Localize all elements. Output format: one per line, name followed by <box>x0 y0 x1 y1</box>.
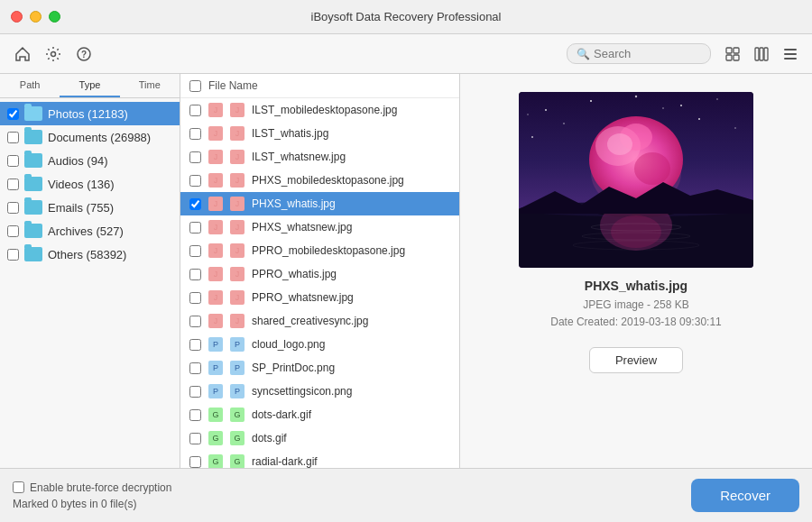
file-item[interactable]: PPSP_PrintDoc.png <box>180 356 459 380</box>
file-item[interactable]: GGradial-dark.gif <box>180 450 459 468</box>
column-view-button[interactable] <box>749 41 774 67</box>
svg-rect-3 <box>726 48 732 53</box>
tab-path[interactable]: Path <box>0 74 60 97</box>
search-box[interactable]: 🔍 <box>567 43 711 64</box>
file-item[interactable]: PPsyncsettingsicon.png <box>180 380 459 403</box>
svg-point-21 <box>734 127 736 129</box>
file-type-icon: G <box>208 408 223 422</box>
sidebar-item-archives[interactable]: Archives (527) <box>0 219 180 243</box>
file-item[interactable]: JJILST_whatis.jpg <box>180 122 459 145</box>
svg-rect-4 <box>734 48 739 53</box>
svg-rect-7 <box>755 48 759 60</box>
svg-point-33 <box>634 152 670 185</box>
file-type-icon: P <box>208 337 223 352</box>
videos-checkbox[interactable] <box>7 179 19 190</box>
file-checkbox[interactable] <box>189 409 201 421</box>
file-name: dots-dark.gif <box>252 408 311 421</box>
file-checkbox[interactable] <box>189 339 201 351</box>
file-type-icon: J <box>208 150 223 164</box>
list-view-button[interactable] <box>778 41 803 67</box>
file-checkbox[interactable] <box>189 222 201 234</box>
file-item[interactable]: GGdots-dark.gif <box>180 403 459 426</box>
file-checkbox[interactable] <box>189 292 201 304</box>
file-checkbox[interactable] <box>189 362 201 374</box>
file-item[interactable]: JJPHXS_mobiledesktopasone.jpg <box>180 169 459 192</box>
sidebar-item-documents[interactable]: Documents (26988) <box>0 125 180 149</box>
minimize-button[interactable] <box>30 11 42 23</box>
documents-checkbox[interactable] <box>7 132 19 143</box>
recover-button[interactable]: Recover <box>691 479 799 512</box>
file-checkbox[interactable] <box>189 175 201 187</box>
file-type-icon-2: P <box>230 337 245 352</box>
file-checkbox[interactable] <box>189 386 201 398</box>
marked-label: Marked 0 bytes in 0 file(s) <box>13 498 171 510</box>
brute-force-label[interactable]: Enable brute-force decryption <box>13 481 171 494</box>
sidebar-item-label: Documents (26988) <box>48 131 151 144</box>
file-name: cloud_logo.png <box>252 338 325 351</box>
preview-button[interactable]: Preview <box>589 347 683 373</box>
file-type-icon: J <box>208 126 223 141</box>
svg-point-0 <box>51 51 56 56</box>
sidebar-item-videos[interactable]: Videos (136) <box>0 172 180 196</box>
file-item[interactable]: JJPPRO_mobiledesktopasone.jpg <box>180 239 459 262</box>
archives-checkbox[interactable] <box>7 225 19 237</box>
others-checkbox[interactable] <box>7 249 19 261</box>
file-item[interactable]: PPcloud_logo.png <box>180 333 459 356</box>
view-controls <box>720 41 803 67</box>
file-item[interactable]: JJPHXS_whatsnew.jpg <box>180 215 459 239</box>
file-item[interactable]: JJPPRO_whatsnew.jpg <box>180 286 459 309</box>
folder-icon <box>24 153 42 168</box>
sidebar-item-emails[interactable]: Emails (755) <box>0 196 180 219</box>
file-item[interactable]: JJPPRO_whatis.jpg <box>180 262 459 286</box>
folder-icon <box>24 130 42 144</box>
tab-time[interactable]: Time <box>120 74 180 97</box>
file-item[interactable]: JJILST_mobiledesktopasone.jpg <box>180 98 459 122</box>
file-checkbox[interactable] <box>189 151 201 163</box>
brute-force-checkbox[interactable] <box>13 481 24 493</box>
photos-checkbox[interactable] <box>7 108 19 120</box>
file-checkbox[interactable] <box>189 128 201 140</box>
file-item[interactable]: JJPHXS_whatis.jpg <box>180 192 459 215</box>
tab-type[interactable]: Type <box>60 74 119 97</box>
maximize-button[interactable] <box>49 11 60 23</box>
file-checkbox[interactable] <box>189 433 201 444</box>
app-title: iBoysoft Data Recovery Professional <box>311 10 502 23</box>
home-button[interactable] <box>9 41 36 68</box>
file-checkbox[interactable] <box>189 105 201 116</box>
file-checkbox[interactable] <box>189 198 201 210</box>
file-item[interactable]: GGdots.gif <box>180 426 459 450</box>
sidebar-item-photos[interactable]: Photos (12183) <box>0 102 180 125</box>
file-name: PHXS_whatsnew.jpg <box>252 221 352 234</box>
thumbnail-view-button[interactable] <box>720 41 745 67</box>
file-list-column-header: File Name <box>208 79 258 92</box>
preview-panel: PHXS_whatis.jpg JPEG image - 258 KB Date… <box>460 74 812 468</box>
file-type-icon-2: J <box>230 314 245 328</box>
file-type-icon: J <box>208 290 223 305</box>
svg-point-23 <box>527 114 529 115</box>
file-item[interactable]: JJILST_whatsnew.jpg <box>180 145 459 169</box>
main-content: Path Type Time Photos (12183) Documents … <box>0 74 812 468</box>
emails-checkbox[interactable] <box>7 202 19 214</box>
sidebar-item-audios[interactable]: Audios (94) <box>0 149 180 172</box>
audios-checkbox[interactable] <box>7 155 19 167</box>
file-type-icon-2: J <box>230 197 245 211</box>
file-checkbox[interactable] <box>189 245 201 257</box>
file-name: PPRO_mobiledesktopasone.jpg <box>252 244 405 257</box>
close-button[interactable] <box>11 11 23 23</box>
file-checkbox[interactable] <box>189 316 201 327</box>
sidebar-item-others[interactable]: Others (58392) <box>0 243 180 266</box>
file-item[interactable]: JJshared_creativesync.jpg <box>180 309 459 333</box>
file-type-icon-2: J <box>230 126 245 141</box>
help-button[interactable]: ? <box>70 41 97 68</box>
file-name: PPRO_whatis.jpg <box>252 268 337 280</box>
search-input[interactable] <box>594 47 701 60</box>
select-all-checkbox[interactable] <box>189 80 201 92</box>
file-name: PPRO_whatsnew.jpg <box>252 291 354 304</box>
settings-button[interactable] <box>40 41 67 68</box>
file-type-icon: G <box>208 431 223 445</box>
file-type-icon: P <box>208 384 223 398</box>
preview-image <box>519 92 753 268</box>
file-type-icon-2: J <box>230 103 245 117</box>
file-checkbox[interactable] <box>189 269 201 280</box>
file-checkbox[interactable] <box>189 456 201 468</box>
